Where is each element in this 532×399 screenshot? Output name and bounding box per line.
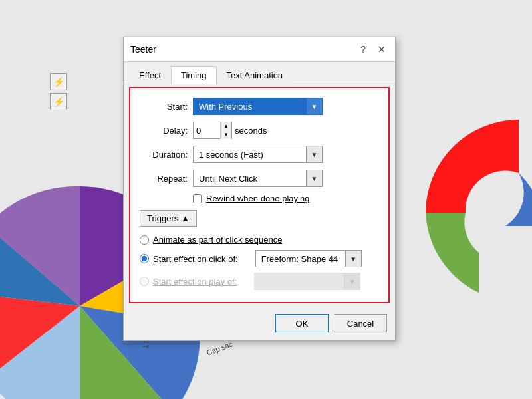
click-of-dropdown[interactable]: Freeform: Shape 44 ▼ — [255, 250, 362, 267]
repeat-dropdown-arrow: ▼ — [306, 170, 322, 186]
title-bar-buttons: ? ✕ — [358, 43, 388, 56]
start-dropdown-arrow: ▼ — [306, 98, 322, 114]
delay-spinner: ▲ ▼ — [193, 122, 232, 139]
repeat-dropdown[interactable]: Until Next Click ▼ — [193, 170, 323, 187]
play-of-radio[interactable] — [140, 277, 149, 286]
tab-bar: Effect Timing Text Animation — [124, 62, 395, 84]
dialog-title: Teeter — [130, 44, 156, 55]
teeter-dialog: Teeter ? ✕ Effect Timing Text Animation … — [123, 37, 396, 341]
tab-text-animation[interactable]: Text Animation — [217, 66, 293, 84]
spinner-buttons: ▲ ▼ — [220, 122, 231, 139]
toolbar-icon-1[interactable]: ⚡ — [50, 73, 67, 90]
dialog-title-area: Teeter — [130, 44, 156, 55]
click-of-value: Freeform: Shape 44 — [256, 254, 345, 264]
delay-label: Delay: — [140, 126, 188, 136]
duration-dropdown[interactable]: 1 seconds (Fast) ▼ — [193, 146, 323, 163]
repeat-row: Repeat: Until Next Click ▼ — [140, 170, 379, 187]
tab-timing[interactable]: Timing — [171, 66, 217, 84]
animate-sequence-radio[interactable] — [140, 235, 149, 245]
tab-effect[interactable]: Effect — [129, 66, 171, 84]
start-dropdown[interactable]: With Previous ▼ — [193, 98, 323, 115]
play-of-group: ▼ — [254, 273, 360, 290]
click-of-label[interactable]: Start effect on click of: — [153, 254, 238, 264]
timing-tab-content: Start: With Previous ▼ Delay: ▲ ▼ second… — [129, 87, 390, 303]
play-of-arrow: ▼ — [344, 273, 360, 289]
start-value: With Previous — [194, 102, 306, 112]
delay-group: ▲ ▼ seconds — [193, 122, 267, 139]
radio-animate-row: Animate as part of click sequence — [140, 235, 379, 245]
click-of-radio[interactable] — [140, 254, 149, 263]
ok-button[interactable]: OK — [275, 314, 329, 332]
start-row: Start: With Previous ▼ — [140, 98, 379, 115]
toolbar-icon-2[interactable]: ⚡ — [50, 93, 67, 110]
spinner-up[interactable]: ▲ — [221, 122, 231, 130]
toolbar: ⚡ ⚡ — [50, 73, 67, 110]
dialog-footer: OK Cancel — [124, 309, 395, 340]
play-of-dropdown: ▼ — [254, 273, 360, 290]
help-button[interactable]: ? — [358, 43, 368, 56]
duration-dropdown-arrow: ▼ — [306, 146, 322, 162]
triggers-label: Triggers — [147, 213, 178, 223]
play-of-label: Start effect on play of: — [153, 277, 237, 287]
spinner-down[interactable]: ▼ — [221, 130, 231, 139]
triggers-icon: ▲ — [181, 213, 190, 223]
rewind-checkbox[interactable] — [193, 194, 202, 203]
close-button[interactable]: ✕ — [375, 43, 388, 56]
duration-value: 1 seconds (Fast) — [194, 150, 306, 160]
title-bar: Teeter ? ✕ — [124, 37, 395, 62]
click-of-group: Freeform: Shape 44 ▼ — [255, 250, 362, 267]
duration-row: Duration: 1 seconds (Fast) ▼ — [140, 146, 379, 163]
start-label: Start: — [140, 102, 188, 112]
triggers-button[interactable]: Triggers ▲ — [140, 210, 197, 227]
delay-row: Delay: ▲ ▼ seconds — [140, 122, 379, 139]
duration-label: Duration: — [140, 150, 188, 160]
radio-play-of-row: Start effect on play of: ▼ — [140, 273, 379, 290]
rewind-label[interactable]: Rewind when done playing — [206, 194, 309, 203]
repeat-value: Until Next Click — [194, 174, 306, 184]
animate-sequence-label[interactable]: Animate as part of click sequence — [153, 235, 282, 245]
repeat-label: Repeat: — [140, 174, 188, 184]
cancel-button[interactable]: Cancel — [334, 314, 387, 332]
delay-input[interactable] — [194, 122, 220, 138]
click-of-arrow: ▼ — [345, 251, 361, 267]
background-chart-right — [426, 120, 532, 306]
radio-click-of-row: Start effect on click of: Freeform: Shap… — [140, 250, 379, 267]
rewind-row: Rewind when done playing — [140, 194, 379, 203]
delay-unit: seconds — [235, 126, 267, 136]
